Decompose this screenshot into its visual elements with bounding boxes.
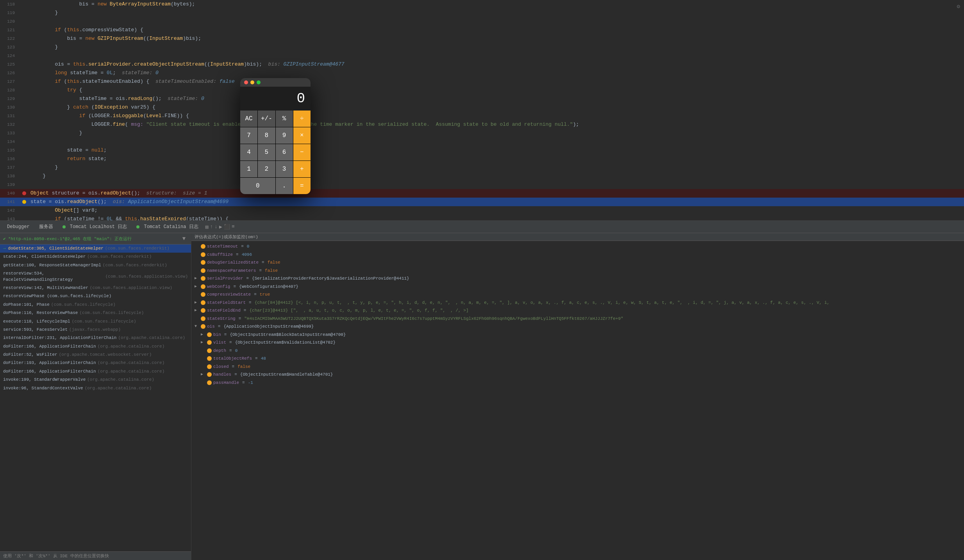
stack-item-0[interactable]: → doGetState:305, ClientSideStateHelper … — [0, 244, 191, 253]
gutter-141 — [20, 200, 29, 204]
stop-icon[interactable]: ⬛ — [224, 224, 230, 230]
calc-minimize-dot[interactable] — [250, 80, 254, 84]
calc-btn-2[interactable]: 2 — [258, 161, 275, 177]
var-ois-totalObjectRefs: totalObjectRefs = 48 — [191, 355, 964, 363]
stack-item-15[interactable]: invoke:199, StandardWrapperValve (org.ap… — [0, 376, 191, 384]
tab-tomcat-catalina[interactable]: Tomcat Catalina 日志 — [132, 222, 202, 232]
stack-item-11[interactable]: doFilter:166, ApplicationFilterChain (or… — [0, 342, 191, 351]
tab-debugger[interactable]: Debugger — [3, 223, 34, 231]
stack-item-9[interactable]: service:593, FacesServlet (javax.faces.w… — [0, 326, 191, 334]
calc-btn-6[interactable]: 6 — [276, 144, 293, 161]
tab-tomcat-localhost[interactable]: Tomcat Localhost 日志 — [59, 222, 131, 232]
stack-item-12[interactable]: doFilter:52, WsFilter (org.apache.tomcat… — [0, 351, 191, 359]
var-icon-ois-passHandle — [207, 380, 212, 385]
stack-item-8[interactable]: execute:118, LifecycleImpl (com.sun.face… — [0, 317, 191, 326]
line-num-129: 129 — [0, 96, 20, 101]
var-stateFieldStart[interactable]: ▶ stateFieldStart = {char[84]@4412} [<, … — [191, 299, 964, 307]
calc-btn-3[interactable]: 3 — [276, 161, 293, 177]
var-icon-stateFieldEnd — [201, 308, 205, 313]
calc-close-dot[interactable] — [244, 80, 248, 84]
eval-label: 评估表达式(=)或添加监控(om=) — [195, 234, 258, 240]
calc-maximize-dot[interactable] — [257, 80, 261, 84]
stack-item-10[interactable]: internalDoFilter:231, ApplicationFilterC… — [0, 334, 191, 342]
line-num-133: 133 — [0, 131, 20, 136]
tab-services[interactable]: 服务器 — [35, 222, 57, 232]
code-content-121: if (this.compressViewState) { — [29, 26, 956, 34]
line-num-127: 127 — [0, 79, 20, 84]
var-serialProvider[interactable]: ▶ serialProvider = {SerializationProvide… — [191, 275, 964, 283]
stack-method-5: restoreViewPhase (com.sun.faces.lifecycl… — [3, 293, 111, 299]
calc-btn-8[interactable]: 8 — [258, 127, 275, 144]
var-ois-closed: closed = false — [191, 363, 964, 371]
calc-btn-minus[interactable]: − — [293, 144, 311, 161]
calc-btn-decimal[interactable]: . — [276, 178, 293, 194]
var-ois-vlist[interactable]: ▶ vlist = {ObjectInputStream$ValidationL… — [191, 339, 964, 347]
stack-item-2[interactable]: getState:100, ResponseStateManagerImpl (… — [0, 261, 191, 269]
stack-item-7[interactable]: doPhase:116, RestoreViewPhase (com.sun.f… — [0, 309, 191, 317]
var-icon-ois-handles — [207, 372, 212, 377]
var-ois-handles[interactable]: ▶ handles = {ObjectInputStream$HandleTab… — [191, 371, 964, 379]
code-line-130: 130 } catch (IOException var25) { — [0, 103, 964, 112]
stack-package-8: (com.sun.faces.lifecycle) — [72, 319, 136, 325]
calc-btn-ac[interactable]: AC — [240, 111, 257, 127]
gear-icon[interactable]: ⚙ — [957, 3, 960, 10]
stack-item-5[interactable]: restoreViewPhase (com.sun.faces.lifecycl… — [0, 292, 191, 300]
code-line-127: 127 if (this.stateTimeoutEnabled) { stat… — [0, 77, 964, 86]
calc-btn-5[interactable]: 5 — [258, 144, 275, 161]
var-webConfig[interactable]: ▶ webConfig = {WebConfiguration@4407} — [191, 283, 964, 291]
code-line-124: 124 — [0, 52, 964, 60]
code-content-130: } catch (IOException var25) { — [29, 103, 956, 112]
down-icon[interactable]: ↓ — [214, 224, 218, 230]
filter-icon[interactable]: ▤ — [205, 224, 209, 230]
stack-package-9: (javax.faces.webapp) — [69, 327, 121, 333]
stack-package-0: (com.sun.faces.renderkit) — [105, 246, 170, 251]
status-text: 使用 '次*' 和 '次%*' 从 IDE 中的任意位置切换快 — [3, 554, 109, 558]
tomcat-catalina-icon — [136, 225, 139, 228]
up-icon[interactable]: ↑ — [210, 224, 213, 230]
stack-item-13[interactable]: doFilter:193, ApplicationFilterChain (or… — [0, 359, 191, 367]
thread-actions: ▼ — [180, 235, 188, 243]
calc-btn-plus[interactable]: + — [293, 161, 311, 177]
code-content-126: long stateTime = 0L; stateTime: 0 — [29, 69, 956, 77]
line-num-137: 137 — [0, 165, 20, 170]
code-content-142: Object[] var8; — [29, 206, 956, 215]
calc-btn-multiply[interactable]: × — [293, 127, 311, 144]
code-line-121: 121 if (this.compressViewState) { — [0, 26, 964, 34]
stack-item-14[interactable]: doFilter:166, ApplicationFilterChain (or… — [0, 367, 191, 376]
code-line-133: 133 } — [0, 129, 964, 137]
calc-btn-divide[interactable]: ÷ — [293, 111, 311, 127]
thread-filter-btn[interactable]: ▼ — [180, 235, 188, 243]
calc-btn-7[interactable]: 7 — [240, 127, 257, 144]
calc-btn-negate[interactable]: +/- — [258, 111, 275, 127]
thread-status-icon: ✔ — [3, 236, 6, 241]
stack-package-13: (org.apache.catalina.core) — [98, 360, 165, 366]
line-num-141: 141 — [0, 200, 20, 204]
console-icon[interactable]: ≡ — [232, 224, 235, 230]
calc-btn-1[interactable]: 1 — [240, 161, 257, 177]
stack-package-4: (com.sun.faces.application.view) — [90, 285, 172, 291]
calc-btn-equals[interactable]: = — [293, 178, 311, 194]
code-line-136: 136 return state; — [0, 155, 964, 163]
var-debugSerializedState: debugSerializedState = false — [191, 259, 964, 267]
var-ois[interactable]: ▼ ois = {ApplicationObjectInputStream@46… — [191, 323, 964, 331]
var-icon-ois-bin — [207, 332, 212, 337]
resume-icon[interactable]: ▶ — [219, 224, 222, 230]
line-num-122: 122 — [0, 36, 20, 41]
var-ois-bin[interactable]: ▶ bin = {ObjectInputStream$BlockDataInpu… — [191, 331, 964, 339]
calc-btn-9[interactable]: 9 — [276, 127, 293, 144]
line-num-142: 142 — [0, 208, 20, 213]
calc-btn-4[interactable]: 4 — [240, 144, 257, 161]
stack-item-4[interactable]: restoreView:142, MultiViewHandler (com.s… — [0, 284, 191, 292]
breakpoint-140[interactable] — [22, 191, 26, 195]
var-stateFieldEnd[interactable]: ▶ stateFieldEnd = {char[23]@4413} [", , … — [191, 307, 964, 315]
stack-item-1[interactable]: state:244, ClientSideStateHelper (com.su… — [0, 253, 191, 261]
stack-package-11: (org.apache.catalina.core) — [98, 344, 165, 350]
stack-item-6[interactable]: doPhase:101, Phase (com.sun.faces.lifecy… — [0, 301, 191, 309]
line-num-128: 128 — [0, 88, 20, 93]
stack-item-3[interactable]: restoreView:534, FaceletViewHandlingStra… — [0, 269, 191, 284]
calc-btn-percent[interactable]: % — [276, 111, 293, 127]
stack-item-16[interactable]: invoke:96, StandardContextValve (org.apa… — [0, 384, 191, 392]
calc-btn-0[interactable]: 0 — [240, 178, 275, 194]
line-num-132: 132 — [0, 122, 20, 127]
var-icon-stateFieldStart — [201, 300, 205, 305]
